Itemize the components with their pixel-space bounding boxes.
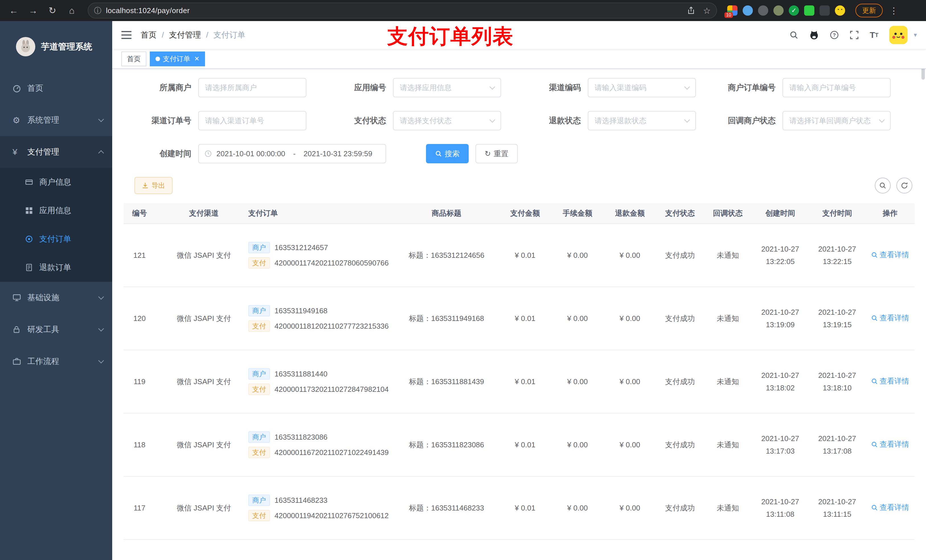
breadcrumb-home[interactable]: 首页 <box>141 30 157 41</box>
pay-status-select[interactable]: 请选择支付状态 <box>393 111 501 130</box>
user-avatar[interactable] <box>889 26 908 44</box>
sidebar-item-label: 应用信息 <box>39 205 71 216</box>
placeholder-text: 请输入渠道订单号 <box>205 116 300 126</box>
browser-chrome: ← → ↻ ⌂ ⓘ localhost:1024/pay/order ☆ 10 … <box>0 0 926 21</box>
sidebar-item-refund-order[interactable]: 退款订单 <box>0 253 112 282</box>
url-bar[interactable]: ⓘ localhost:1024/pay/order ☆ <box>88 3 717 18</box>
fullscreen-icon[interactable] <box>850 30 859 39</box>
cell-pay-status: 支付成功 <box>656 350 704 413</box>
sidebar: 芋道管理系统 首页 ⚙ 系统管理 ¥ 支付管理 <box>0 21 112 560</box>
channel-order-no-input[interactable]: 请输入渠道订单号 <box>198 111 306 130</box>
column-header: 编号 <box>124 203 165 223</box>
github-icon[interactable] <box>809 30 819 40</box>
search-button[interactable]: 搜索 <box>426 144 469 163</box>
cell-product-title: 标题：1635311468233 <box>394 476 499 539</box>
merchant-order-no: 1635311949168 <box>274 305 327 317</box>
table-search-toggle-button[interactable] <box>875 178 891 193</box>
reload-button[interactable]: ↻ <box>44 3 61 18</box>
extension-icon-4[interactable] <box>773 5 784 16</box>
caret-down-icon[interactable]: ▾ <box>914 31 917 39</box>
orders-table: 编号支付渠道支付订单商品标题支付金额手续金额退款金额支付状态回调状态创建时间支付… <box>124 203 915 560</box>
sidebar-item-system[interactable]: ⚙ 系统管理 <box>0 104 112 136</box>
cell-fee-amount: ¥ 0.00 <box>551 287 604 350</box>
view-detail-link[interactable]: 查看详情 <box>871 375 909 387</box>
cell-pay-amount: ¥ 0.01 <box>499 287 551 350</box>
sidebar-item-pay-order[interactable]: 支付订单 <box>0 225 112 253</box>
column-header: 支付订单 <box>243 203 394 223</box>
extension-icon-2[interactable] <box>743 5 753 16</box>
tab-home[interactable]: 首页 <box>121 51 146 66</box>
cell-pay-channel: 微信 JSAPI 支付 <box>165 287 243 350</box>
sidebar-item-dev-tools[interactable]: 研发工具 <box>0 314 112 346</box>
close-tab-icon[interactable]: ✕ <box>194 55 199 63</box>
document-icon <box>25 264 39 272</box>
extension-icon-7[interactable] <box>820 5 830 16</box>
breadcrumb-payment[interactable]: 支付管理 <box>169 30 201 41</box>
extension-icon-1[interactable]: 10 <box>727 5 737 16</box>
merchant-order-no-input[interactable]: 请输入商户订单编号 <box>782 78 891 97</box>
table-refresh-button[interactable] <box>896 178 912 193</box>
update-button[interactable]: 更新 <box>855 4 883 17</box>
column-header: 手续金额 <box>551 203 604 223</box>
sidebar-item-infrastructure[interactable]: 基础设施 <box>0 282 112 314</box>
filter-label: 应用编号 <box>329 82 386 93</box>
reset-button-label: 重置 <box>494 149 508 159</box>
column-header: 退款金额 <box>604 203 656 223</box>
back-button[interactable]: ← <box>6 3 22 18</box>
reset-button[interactable]: ↻ 重置 <box>475 144 517 163</box>
channel-code-select[interactable]: 请输入渠道编码 <box>588 78 696 97</box>
sidebar-toggle-icon[interactable] <box>121 31 132 39</box>
merchant-tag: 商户 <box>248 368 270 380</box>
refund-status-select[interactable]: 请选择退款状态 <box>588 111 696 130</box>
pay-order-no: 4200001167202110271022491439 <box>274 446 389 459</box>
app-logo[interactable]: 芋道管理系统 <box>0 21 112 72</box>
merchant-input[interactable]: 请选择所属商户 <box>198 78 306 97</box>
cell-pay-time: 2021-10-2713:17:08 <box>809 413 865 476</box>
notify-status-select[interactable]: 请选择订单回调商户状态 <box>782 111 891 130</box>
cell-fee-amount: ¥ 0.00 <box>551 350 604 413</box>
font-size-icon[interactable]: TT <box>870 30 878 40</box>
sidebar-item-payment[interactable]: ¥ 支付管理 <box>0 136 112 168</box>
table-row-partial: 商户1635311515796 <box>124 539 915 560</box>
tab-pay-order[interactable]: 支付订单 ✕ <box>150 51 205 66</box>
merchant-tag: 商户 <box>248 305 270 316</box>
forward-button[interactable]: → <box>25 3 41 18</box>
create-time-range-picker[interactable]: 2021-10-01 00:00:00 - 2021-10-31 23:59:5… <box>198 144 386 163</box>
view-detail-link[interactable]: 查看详情 <box>871 438 909 450</box>
sidebar-item-app-info[interactable]: 应用信息 <box>0 196 112 225</box>
merchant-tag: 商户 <box>248 495 270 506</box>
filter-label: 退款状态 <box>524 115 581 126</box>
extension-icon-8[interactable] <box>835 5 845 16</box>
header-search-icon[interactable] <box>789 30 799 39</box>
view-detail-link[interactable]: 查看详情 <box>871 501 909 514</box>
extension-badge: 10 <box>725 12 733 18</box>
app-id-select[interactable]: 请选择应用信息 <box>393 78 501 97</box>
browser-menu-icon[interactable]: ⋮ <box>886 6 902 16</box>
help-icon[interactable]: ? <box>830 30 839 39</box>
pay-tag: 支付 <box>248 383 270 395</box>
chevron-down-icon <box>98 358 104 363</box>
view-detail-link[interactable]: 查看详情 <box>871 248 909 261</box>
extension-icon-3[interactable] <box>758 5 768 16</box>
merchant-order-no: 1635311823086 <box>274 431 327 443</box>
home-button[interactable]: ⌂ <box>64 3 80 18</box>
cell-order-id: 118 <box>124 413 165 476</box>
site-info-icon[interactable]: ⓘ <box>94 6 101 16</box>
view-detail-link[interactable]: 查看详情 <box>871 312 909 324</box>
sidebar-item-merchant-info[interactable]: 商户信息 <box>0 168 112 196</box>
extension-icon-5[interactable]: ✓ <box>789 5 799 16</box>
breadcrumb-separator: / <box>162 30 164 39</box>
export-button[interactable]: 导出 <box>135 177 172 194</box>
bookmark-star-icon[interactable]: ☆ <box>703 6 711 16</box>
table-row: 121 微信 JSAPI 支付 商户1635312124657 支付420000… <box>124 223 915 287</box>
column-header: 回调状态 <box>704 203 752 223</box>
chevron-down-icon <box>98 294 104 300</box>
sidebar-item-workflow[interactable]: 工作流程 <box>0 346 112 377</box>
chevron-down-icon <box>98 326 104 332</box>
placeholder-text: 请输入渠道编码 <box>595 83 685 93</box>
extension-icon-6[interactable] <box>804 5 814 16</box>
pay-order-no: 4200001194202110276752100612 <box>274 509 389 522</box>
cell-pay-status: 支付成功 <box>656 476 704 539</box>
share-icon[interactable] <box>687 6 695 15</box>
sidebar-item-home[interactable]: 首页 <box>0 72 112 104</box>
